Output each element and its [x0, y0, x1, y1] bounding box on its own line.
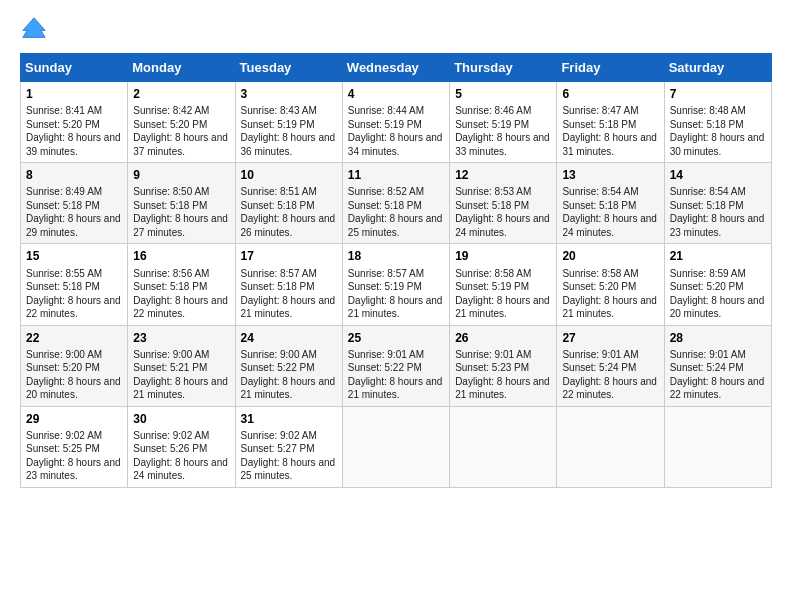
day-number: 1	[26, 86, 122, 102]
day-number: 20	[562, 248, 658, 264]
calendar-cell: 27Sunrise: 9:01 AMSunset: 5:24 PMDayligh…	[557, 325, 664, 406]
day-number: 8	[26, 167, 122, 183]
calendar-cell: 19Sunrise: 8:58 AMSunset: 5:19 PMDayligh…	[450, 244, 557, 325]
calendar-cell: 3Sunrise: 8:43 AMSunset: 5:19 PMDaylight…	[235, 82, 342, 163]
day-number: 25	[348, 330, 444, 346]
calendar-cell: 10Sunrise: 8:51 AMSunset: 5:18 PMDayligh…	[235, 163, 342, 244]
day-number: 31	[241, 411, 337, 427]
calendar-cell: 8Sunrise: 8:49 AMSunset: 5:18 PMDaylight…	[21, 163, 128, 244]
col-header-thursday: Thursday	[450, 54, 557, 82]
day-number: 26	[455, 330, 551, 346]
calendar-cell: 25Sunrise: 9:01 AMSunset: 5:22 PMDayligh…	[342, 325, 449, 406]
calendar-row-3: 15Sunrise: 8:55 AMSunset: 5:18 PMDayligh…	[21, 244, 772, 325]
day-number: 14	[670, 167, 766, 183]
day-number: 19	[455, 248, 551, 264]
cell-content: Sunrise: 8:55 AMSunset: 5:18 PMDaylight:…	[26, 267, 122, 321]
calendar-cell: 30Sunrise: 9:02 AMSunset: 5:26 PMDayligh…	[128, 406, 235, 487]
cell-content: Sunrise: 8:57 AMSunset: 5:18 PMDaylight:…	[241, 267, 337, 321]
day-number: 23	[133, 330, 229, 346]
calendar-cell: 6Sunrise: 8:47 AMSunset: 5:18 PMDaylight…	[557, 82, 664, 163]
calendar-cell: 7Sunrise: 8:48 AMSunset: 5:18 PMDaylight…	[664, 82, 771, 163]
calendar-cell: 26Sunrise: 9:01 AMSunset: 5:23 PMDayligh…	[450, 325, 557, 406]
day-number: 28	[670, 330, 766, 346]
day-number: 18	[348, 248, 444, 264]
cell-content: Sunrise: 8:53 AMSunset: 5:18 PMDaylight:…	[455, 185, 551, 239]
cell-content: Sunrise: 8:44 AMSunset: 5:19 PMDaylight:…	[348, 104, 444, 158]
logo	[20, 15, 52, 43]
day-number: 2	[133, 86, 229, 102]
cell-content: Sunrise: 9:02 AMSunset: 5:25 PMDaylight:…	[26, 429, 122, 483]
calendar-cell: 15Sunrise: 8:55 AMSunset: 5:18 PMDayligh…	[21, 244, 128, 325]
col-header-sunday: Sunday	[21, 54, 128, 82]
calendar-row-2: 8Sunrise: 8:49 AMSunset: 5:18 PMDaylight…	[21, 163, 772, 244]
calendar-cell: 18Sunrise: 8:57 AMSunset: 5:19 PMDayligh…	[342, 244, 449, 325]
calendar-cell	[450, 406, 557, 487]
cell-content: Sunrise: 9:01 AMSunset: 5:22 PMDaylight:…	[348, 348, 444, 402]
col-header-monday: Monday	[128, 54, 235, 82]
calendar-cell: 21Sunrise: 8:59 AMSunset: 5:20 PMDayligh…	[664, 244, 771, 325]
day-number: 4	[348, 86, 444, 102]
calendar-cell: 4Sunrise: 8:44 AMSunset: 5:19 PMDaylight…	[342, 82, 449, 163]
day-number: 30	[133, 411, 229, 427]
cell-content: Sunrise: 8:42 AMSunset: 5:20 PMDaylight:…	[133, 104, 229, 158]
logo-icon	[20, 15, 48, 43]
day-number: 16	[133, 248, 229, 264]
calendar-cell: 29Sunrise: 9:02 AMSunset: 5:25 PMDayligh…	[21, 406, 128, 487]
calendar-cell: 24Sunrise: 9:00 AMSunset: 5:22 PMDayligh…	[235, 325, 342, 406]
col-header-wednesday: Wednesday	[342, 54, 449, 82]
cell-content: Sunrise: 8:47 AMSunset: 5:18 PMDaylight:…	[562, 104, 658, 158]
cell-content: Sunrise: 8:54 AMSunset: 5:18 PMDaylight:…	[562, 185, 658, 239]
day-number: 27	[562, 330, 658, 346]
cell-content: Sunrise: 8:50 AMSunset: 5:18 PMDaylight:…	[133, 185, 229, 239]
calendar-cell: 9Sunrise: 8:50 AMSunset: 5:18 PMDaylight…	[128, 163, 235, 244]
cell-content: Sunrise: 9:00 AMSunset: 5:22 PMDaylight:…	[241, 348, 337, 402]
calendar-cell	[342, 406, 449, 487]
day-number: 12	[455, 167, 551, 183]
day-number: 13	[562, 167, 658, 183]
calendar-cell: 16Sunrise: 8:56 AMSunset: 5:18 PMDayligh…	[128, 244, 235, 325]
calendar-cell: 20Sunrise: 8:58 AMSunset: 5:20 PMDayligh…	[557, 244, 664, 325]
day-number: 11	[348, 167, 444, 183]
calendar-header-row: SundayMondayTuesdayWednesdayThursdayFrid…	[21, 54, 772, 82]
calendar-cell: 22Sunrise: 9:00 AMSunset: 5:20 PMDayligh…	[21, 325, 128, 406]
calendar-cell: 13Sunrise: 8:54 AMSunset: 5:18 PMDayligh…	[557, 163, 664, 244]
cell-content: Sunrise: 8:58 AMSunset: 5:19 PMDaylight:…	[455, 267, 551, 321]
day-number: 22	[26, 330, 122, 346]
col-header-saturday: Saturday	[664, 54, 771, 82]
day-number: 21	[670, 248, 766, 264]
cell-content: Sunrise: 8:49 AMSunset: 5:18 PMDaylight:…	[26, 185, 122, 239]
cell-content: Sunrise: 8:56 AMSunset: 5:18 PMDaylight:…	[133, 267, 229, 321]
cell-content: Sunrise: 9:00 AMSunset: 5:21 PMDaylight:…	[133, 348, 229, 402]
header	[20, 15, 772, 43]
day-number: 7	[670, 86, 766, 102]
calendar-cell	[664, 406, 771, 487]
page: SundayMondayTuesdayWednesdayThursdayFrid…	[0, 0, 792, 612]
day-number: 9	[133, 167, 229, 183]
cell-content: Sunrise: 8:57 AMSunset: 5:19 PMDaylight:…	[348, 267, 444, 321]
cell-content: Sunrise: 8:54 AMSunset: 5:18 PMDaylight:…	[670, 185, 766, 239]
calendar-row-5: 29Sunrise: 9:02 AMSunset: 5:25 PMDayligh…	[21, 406, 772, 487]
col-header-friday: Friday	[557, 54, 664, 82]
cell-content: Sunrise: 9:01 AMSunset: 5:24 PMDaylight:…	[670, 348, 766, 402]
calendar-cell: 31Sunrise: 9:02 AMSunset: 5:27 PMDayligh…	[235, 406, 342, 487]
cell-content: Sunrise: 8:41 AMSunset: 5:20 PMDaylight:…	[26, 104, 122, 158]
col-header-tuesday: Tuesday	[235, 54, 342, 82]
day-number: 6	[562, 86, 658, 102]
calendar-cell: 12Sunrise: 8:53 AMSunset: 5:18 PMDayligh…	[450, 163, 557, 244]
cell-content: Sunrise: 9:02 AMSunset: 5:26 PMDaylight:…	[133, 429, 229, 483]
calendar-cell: 14Sunrise: 8:54 AMSunset: 5:18 PMDayligh…	[664, 163, 771, 244]
day-number: 24	[241, 330, 337, 346]
cell-content: Sunrise: 8:43 AMSunset: 5:19 PMDaylight:…	[241, 104, 337, 158]
calendar-cell: 2Sunrise: 8:42 AMSunset: 5:20 PMDaylight…	[128, 82, 235, 163]
calendar-cell: 23Sunrise: 9:00 AMSunset: 5:21 PMDayligh…	[128, 325, 235, 406]
calendar-cell: 28Sunrise: 9:01 AMSunset: 5:24 PMDayligh…	[664, 325, 771, 406]
cell-content: Sunrise: 9:00 AMSunset: 5:20 PMDaylight:…	[26, 348, 122, 402]
cell-content: Sunrise: 8:58 AMSunset: 5:20 PMDaylight:…	[562, 267, 658, 321]
day-number: 17	[241, 248, 337, 264]
day-number: 29	[26, 411, 122, 427]
cell-content: Sunrise: 9:01 AMSunset: 5:24 PMDaylight:…	[562, 348, 658, 402]
cell-content: Sunrise: 8:59 AMSunset: 5:20 PMDaylight:…	[670, 267, 766, 321]
calendar-row-4: 22Sunrise: 9:00 AMSunset: 5:20 PMDayligh…	[21, 325, 772, 406]
calendar-cell	[557, 406, 664, 487]
cell-content: Sunrise: 8:52 AMSunset: 5:18 PMDaylight:…	[348, 185, 444, 239]
